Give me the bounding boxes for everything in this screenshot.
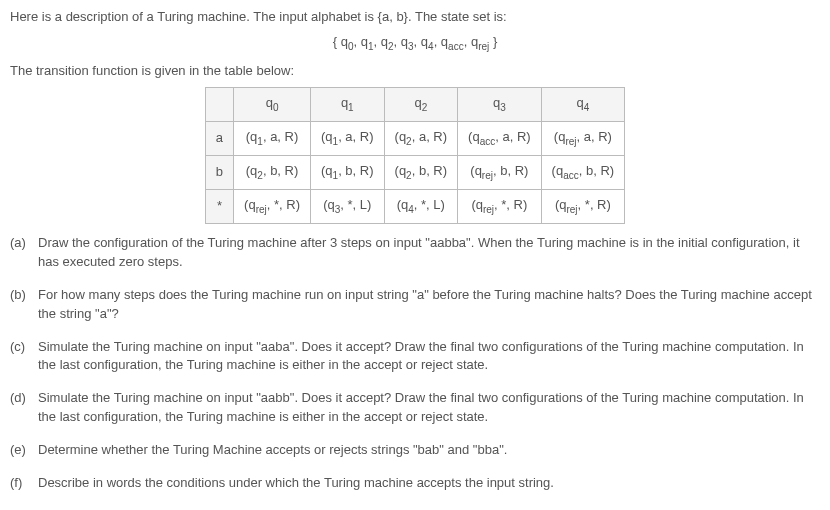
questions-list: (a) Draw the configuration of the Turing… xyxy=(10,234,820,492)
col-header: q3 xyxy=(458,87,542,121)
table-row: b (q2, b, R) (q1, b, R) (q2, b, R) (qrej… xyxy=(205,155,624,189)
question-label: (e) xyxy=(10,441,38,460)
cell: (qrej, *, R) xyxy=(458,190,542,224)
cell: (qrej, *, R) xyxy=(234,190,311,224)
cell: (qacc, a, R) xyxy=(458,121,542,155)
question-label: (d) xyxy=(10,389,38,427)
question-item: (f) Describe in words the conditions und… xyxy=(10,474,820,493)
cell: (q2, a, R) xyxy=(384,121,458,155)
col-header: q2 xyxy=(384,87,458,121)
cell: (q1, a, R) xyxy=(311,121,385,155)
cell: (qrej, a, R) xyxy=(541,121,625,155)
col-header: q1 xyxy=(311,87,385,121)
cell: (qrej, *, R) xyxy=(541,190,625,224)
intro-line-1: Here is a description of a Turing machin… xyxy=(10,8,820,27)
cell: (q1, b, R) xyxy=(311,155,385,189)
question-text: For how many steps does the Turing machi… xyxy=(38,286,820,324)
cell: (q2, b, R) xyxy=(384,155,458,189)
col-header: q4 xyxy=(541,87,625,121)
question-text: Draw the configuration of the Turing mac… xyxy=(38,234,820,272)
cell: (q3, *, L) xyxy=(311,190,385,224)
cell: (q2, b, R) xyxy=(234,155,311,189)
cell: (qacc, b, R) xyxy=(541,155,625,189)
state-set: { q0, q1, q2, q3, q4, qacc, qrej } xyxy=(10,33,820,54)
question-text: Simulate the Turing machine on input "aa… xyxy=(38,389,820,427)
question-label: (b) xyxy=(10,286,38,324)
row-label: b xyxy=(205,155,233,189)
table-corner xyxy=(205,87,233,121)
question-item: (e) Determine whether the Turing Machine… xyxy=(10,441,820,460)
question-label: (c) xyxy=(10,338,38,376)
table-row: a (q1, a, R) (q1, a, R) (q2, a, R) (qacc… xyxy=(205,121,624,155)
question-label: (f) xyxy=(10,474,38,493)
cell: (q1, a, R) xyxy=(234,121,311,155)
question-item: (d) Simulate the Turing machine on input… xyxy=(10,389,820,427)
row-label: * xyxy=(205,190,233,224)
table-header-row: q0 q1 q2 q3 q4 xyxy=(205,87,624,121)
question-item: (c) Simulate the Turing machine on input… xyxy=(10,338,820,376)
cell: (qrej, b, R) xyxy=(458,155,542,189)
question-label: (a) xyxy=(10,234,38,272)
table-row: * (qrej, *, R) (q3, *, L) (q4, *, L) (qr… xyxy=(205,190,624,224)
col-header: q0 xyxy=(234,87,311,121)
question-item: (a) Draw the configuration of the Turing… xyxy=(10,234,820,272)
row-label: a xyxy=(205,121,233,155)
intro-line-2: The transition function is given in the … xyxy=(10,62,820,81)
cell: (q4, *, L) xyxy=(384,190,458,224)
question-text: Describe in words the conditions under w… xyxy=(38,474,820,493)
question-item: (b) For how many steps does the Turing m… xyxy=(10,286,820,324)
transition-table: q0 q1 q2 q3 q4 a (q1, a, R) (q1, a, R) (… xyxy=(205,87,625,224)
question-text: Simulate the Turing machine on input "aa… xyxy=(38,338,820,376)
question-text: Determine whether the Turing Machine acc… xyxy=(38,441,820,460)
